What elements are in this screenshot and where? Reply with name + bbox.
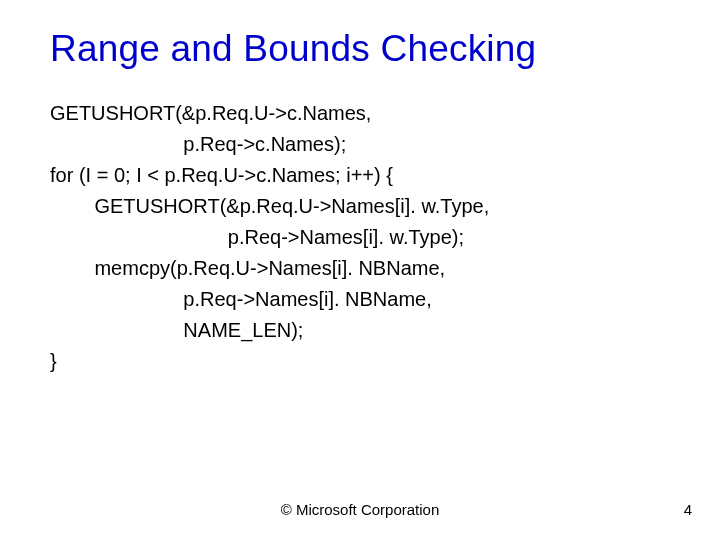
code-line: GETUSHORT(&p.Req.U->c.Names,	[50, 98, 680, 129]
code-line: p.Req->c.Names);	[50, 129, 680, 160]
slide-title: Range and Bounds Checking	[50, 28, 680, 70]
code-line: for (I = 0; I < p.Req.U->c.Names; i++) {	[50, 160, 680, 191]
page-number: 4	[684, 501, 692, 518]
code-block: GETUSHORT(&p.Req.U->c.Names, p.Req->c.Na…	[50, 98, 680, 377]
slide: Range and Bounds Checking GETUSHORT(&p.R…	[0, 0, 720, 540]
code-line: memcpy(p.Req.U->Names[i]. NBName,	[50, 253, 680, 284]
code-line: NAME_LEN);	[50, 315, 680, 346]
code-line: p.Req->Names[i]. NBName,	[50, 284, 680, 315]
code-line: GETUSHORT(&p.Req.U->Names[i]. w.Type,	[50, 191, 680, 222]
footer-copyright: © Microsoft Corporation	[0, 501, 720, 518]
code-line: }	[50, 346, 680, 377]
code-line: p.Req->Names[i]. w.Type);	[50, 222, 680, 253]
